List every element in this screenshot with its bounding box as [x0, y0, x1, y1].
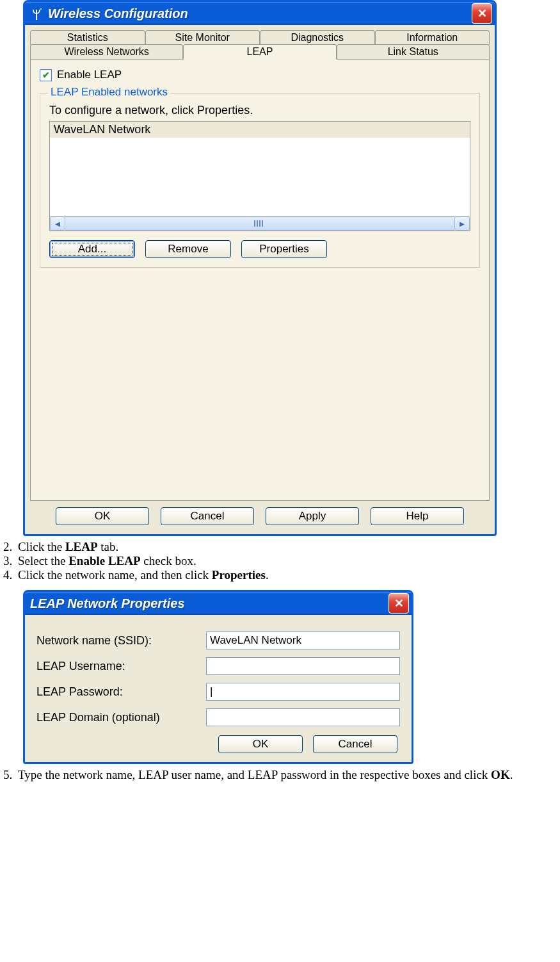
ok-button[interactable]: OK [218, 735, 303, 753]
instructions-block-2: Type the network name, LEAP user name, a… [0, 768, 560, 782]
titlebar: Wireless Configuration ✕ [25, 2, 495, 25]
ssid-label: Network name (SSID): [36, 634, 200, 648]
step-5: Type the network name, LEAP user name, a… [15, 768, 560, 782]
tab-wireless-networks[interactable]: Wireless Networks [30, 44, 183, 60]
help-button[interactable]: Help [371, 507, 464, 525]
domain-label: LEAP Domain (optional) [36, 711, 200, 724]
step-3: Select the Enable LEAP check box. [15, 554, 560, 568]
tab-diagnostics[interactable]: Diagnostics [260, 30, 375, 45]
scroll-left-icon[interactable]: ◄ [50, 216, 65, 231]
username-label: LEAP Username: [36, 660, 200, 673]
cancel-button[interactable]: Cancel [313, 735, 397, 753]
scroll-right-icon[interactable]: ► [454, 216, 470, 231]
instructions-block-1: Click the LEAP tab. Select the Enable LE… [0, 540, 560, 582]
scroll-track[interactable] [65, 216, 454, 231]
wireless-config-window: Wireless Configuration ✕ Statistics Site… [23, 0, 497, 536]
fieldset-hint: To configure a network, click Properties… [49, 104, 470, 117]
leap-networks-fieldset: LEAP Enabled networks To configure a net… [40, 93, 480, 268]
window-title: LEAP Network Properties [30, 596, 185, 611]
svg-point-2 [39, 10, 40, 11]
apply-button[interactable]: Apply [266, 507, 359, 525]
titlebar: LEAP Network Properties ✕ [25, 592, 412, 615]
tab-statistics[interactable]: Statistics [30, 30, 145, 45]
add-button[interactable]: Add... [49, 240, 135, 258]
tab-strip: Statistics Site Monitor Diagnostics Info… [30, 30, 490, 501]
tab-leap[interactable]: LEAP [183, 44, 336, 60]
tab-site-monitor[interactable]: Site Monitor [145, 30, 260, 45]
svg-point-1 [40, 8, 42, 10]
close-icon[interactable]: ✕ [388, 593, 409, 614]
check-icon: ✔ [40, 69, 52, 81]
network-listbox[interactable]: WaveLAN Network ◄ ► [49, 121, 470, 231]
step-4: Click the network name, and then click P… [15, 568, 560, 582]
dialog-actions: OK Cancel Apply Help [30, 501, 490, 529]
step-2: Click the LEAP tab. [15, 540, 560, 554]
close-icon[interactable]: ✕ [472, 3, 492, 24]
properties-button[interactable]: Properties [241, 240, 327, 258]
ssid-input[interactable] [206, 632, 400, 649]
enable-leap-checkbox[interactable]: ✔ Enable LEAP [40, 69, 122, 81]
remove-button[interactable]: Remove [145, 240, 231, 258]
leap-tab-pane: ✔ Enable LEAP LEAP Enabled networks To c… [30, 59, 490, 501]
tab-information[interactable]: Information [375, 30, 490, 45]
password-input[interactable] [206, 683, 400, 701]
password-label: LEAP Password: [36, 685, 200, 699]
antenna-icon [30, 7, 43, 20]
horizontal-scrollbar[interactable]: ◄ ► [50, 216, 470, 231]
cancel-button[interactable]: Cancel [161, 507, 254, 525]
tab-link-status[interactable]: Link Status [337, 44, 490, 60]
enable-leap-label: Enable LEAP [57, 69, 122, 81]
window-title: Wireless Configuration [48, 6, 188, 21]
leap-properties-window: LEAP Network Properties ✕ Network name (… [23, 590, 413, 764]
list-item[interactable]: WaveLAN Network [50, 122, 470, 138]
fieldset-legend: LEAP Enabled networks [48, 86, 170, 99]
domain-input[interactable] [206, 708, 400, 726]
ok-button[interactable]: OK [56, 507, 149, 525]
username-input[interactable] [206, 657, 400, 675]
